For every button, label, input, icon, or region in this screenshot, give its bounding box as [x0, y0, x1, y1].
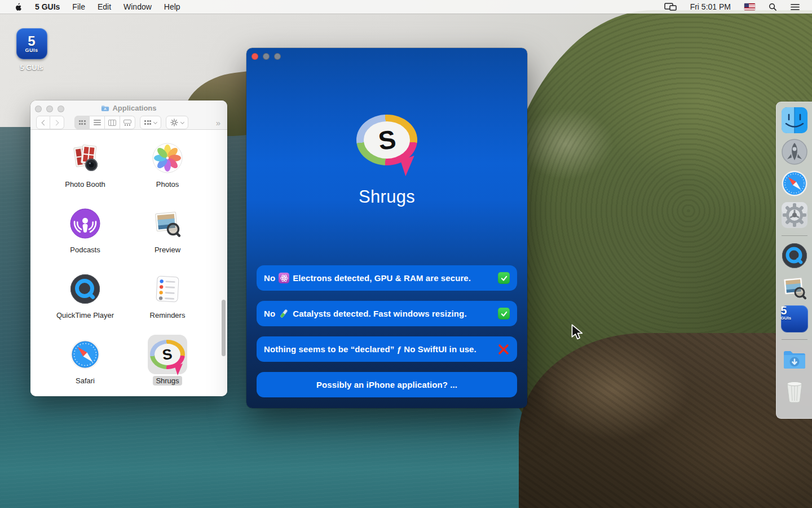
podcasts-icon	[69, 208, 101, 239]
shrugs-icon: S	[150, 340, 185, 369]
dock-divider	[782, 235, 807, 236]
dock-item-system-preferences[interactable]	[781, 202, 808, 229]
finder-content: Photo Booth Photos	[30, 130, 227, 396]
desktop-icon-5guis[interactable]: 5 GUIs 5 GUIs	[12, 28, 51, 72]
svg-text:A: A	[104, 107, 107, 111]
photos-icon	[152, 142, 183, 174]
finder-item-shrugs[interactable]: S Shrugs	[134, 335, 201, 396]
finder-item-label: Photos	[153, 179, 182, 189]
gear-icon	[170, 119, 178, 126]
status-row-iphone[interactable]: Possibly an iPhone application? ...	[257, 372, 517, 397]
finder-item-podcasts[interactable]: Podcasts	[51, 204, 119, 269]
finder-item-label: Podcasts	[67, 245, 103, 255]
notification-center-icon	[791, 3, 800, 11]
status-row-catalyst: No Catalysts detected. Fast windows resi…	[257, 301, 517, 326]
view-columns-button[interactable]	[105, 116, 120, 129]
photo-booth-icon	[69, 142, 101, 174]
finder-item-label: Photo Booth	[62, 179, 108, 189]
group-by-button[interactable]	[140, 116, 161, 129]
row-text: Electrons detected, GPU & RAM are secure…	[293, 273, 471, 283]
toolbar-overflow-button[interactable]: »	[216, 118, 222, 128]
5guis-icon-text: GUIs	[25, 47, 38, 53]
action-menu-button[interactable]	[166, 116, 188, 129]
desktop-icon-label: 5 GUIs	[12, 63, 51, 72]
dock-item-launchpad[interactable]	[781, 138, 808, 165]
wallpaper-rocks	[519, 333, 812, 508]
dock: 5 GUIs	[776, 102, 812, 419]
menu-help[interactable]: Help	[158, 0, 187, 14]
row-text: Possibly an iPhone application? ...	[316, 380, 457, 389]
close-button[interactable]	[251, 53, 258, 60]
chevron-right-icon	[54, 120, 59, 125]
5guis-app-icon: 5 GUIs	[16, 28, 47, 59]
shrugs-app-logo: S	[356, 115, 417, 165]
safari-icon	[69, 339, 101, 370]
finder-item-label: Preview	[152, 245, 183, 255]
list-view-icon	[94, 120, 101, 125]
launchpad-icon	[781, 138, 808, 165]
forward-button[interactable]	[50, 116, 64, 129]
notification-center-menu[interactable]	[786, 0, 804, 14]
group-icon	[144, 120, 151, 125]
finder-item-label: Shrugs	[153, 376, 182, 386]
cross-fail-icon	[497, 343, 510, 356]
us-flag-icon	[744, 3, 755, 10]
row-text: Nothing seems to be “declared” ƒ No Swif…	[264, 344, 476, 354]
quicktime-icon	[69, 273, 101, 305]
finder-toolbar: »	[30, 115, 227, 130]
finder-title-text: Applications	[112, 104, 156, 112]
dock-item-five-guis[interactable]: 5 GUIs	[781, 305, 808, 332]
preview-icon	[781, 274, 808, 301]
finder-item-label: Safari	[73, 376, 98, 386]
finder-item-safari[interactable]: Safari	[51, 335, 119, 396]
input-source-menu[interactable]	[740, 0, 760, 14]
spotlight-menu[interactable]	[764, 0, 782, 14]
dock-item-finder[interactable]	[781, 107, 808, 134]
test-tube-icon	[279, 308, 289, 319]
finder-item-preview[interactable]: Preview	[134, 204, 201, 269]
trash-icon	[781, 378, 808, 405]
icon-view-icon	[79, 120, 86, 125]
row-text: Catalysts detected. Fast windows resizin…	[293, 309, 466, 318]
dock-item-safari[interactable]	[781, 170, 808, 197]
finder-item-quicktime[interactable]: QuickTime Player	[51, 269, 119, 335]
zoom-button	[274, 53, 281, 60]
menu-edit[interactable]: Edit	[91, 0, 117, 14]
mouse-cursor	[571, 324, 582, 342]
menu-window[interactable]: Window	[117, 0, 158, 14]
finder-titlebar[interactable]: A Applications	[30, 100, 227, 130]
applications-folder-icon: A	[101, 104, 109, 112]
back-button[interactable]	[36, 116, 50, 129]
dock-item-preview[interactable]	[781, 274, 808, 301]
active-app-menu[interactable]: 5 GUIs	[29, 0, 66, 14]
screen-mirroring-menu[interactable]	[660, 0, 681, 14]
atom-icon	[279, 273, 289, 283]
column-view-icon	[108, 120, 116, 126]
finder-item-label: Reminders	[147, 310, 188, 320]
finder-scrollbar[interactable]	[222, 300, 226, 356]
shrugs-window: S Shrugs No Electrons detected, GPU & RA…	[246, 48, 527, 408]
view-list-button[interactable]	[90, 116, 105, 129]
search-icon	[769, 3, 777, 11]
dock-item-downloads[interactable]	[781, 346, 808, 373]
check-pass-icon	[498, 308, 510, 319]
system-preferences-icon	[781, 202, 808, 229]
dock-divider	[782, 339, 807, 340]
safari-icon	[781, 170, 808, 197]
clock-menu[interactable]: Fri 5:01 PM	[686, 0, 735, 14]
dock-item-quicktime[interactable]	[781, 242, 808, 269]
apple-logo-icon	[14, 2, 23, 12]
finder-icon	[781, 107, 808, 134]
finder-item-photos[interactable]: Photos	[134, 138, 201, 204]
finder-item-photo-booth[interactable]: Photo Booth	[51, 138, 119, 204]
view-gallery-button[interactable]	[120, 116, 135, 129]
logo-letter: S	[377, 126, 398, 154]
finder-window: A Applications	[30, 100, 227, 396]
finder-window-title: A Applications	[30, 104, 227, 112]
apple-menu[interactable]	[8, 0, 29, 14]
finder-item-label: QuickTime Player	[54, 310, 117, 320]
finder-item-reminders[interactable]: Reminders	[134, 269, 201, 335]
dock-item-trash[interactable]	[781, 378, 808, 405]
view-icons-button[interactable]	[74, 116, 90, 129]
menu-file[interactable]: File	[66, 0, 91, 14]
